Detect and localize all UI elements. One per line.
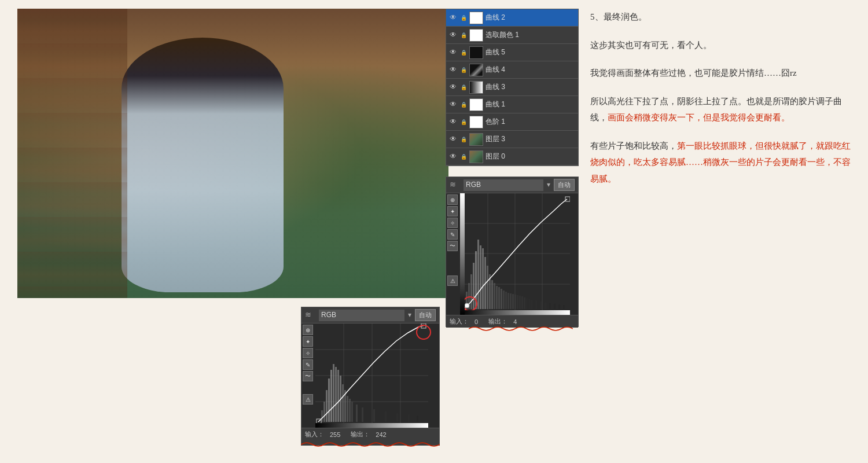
curves-main-header: ≋ RGB ▾ 自动 <box>446 177 578 193</box>
eye-icon-layer7[interactable]: 👁 <box>448 117 458 127</box>
curves-main-panel: ≋ RGB ▾ 自动 ⊕ ✦ ✧ ✎ 〜 ⚠ <box>446 177 579 327</box>
svg-rect-40 <box>558 304 560 309</box>
layer-name-layer3: 曲线 5 <box>486 47 576 57</box>
small-eyedropper-white[interactable]: ✦ <box>303 336 313 347</box>
text-area: 5、最终润色。 这步其实也可有可无，看个人。 我觉得画面整体有些过艳，也可能是胶… <box>590 9 856 199</box>
layer-thumb-layer8 <box>469 133 483 146</box>
warning-tool[interactable]: ⚠ <box>447 275 458 286</box>
lock-icon-layer8: 🔒 <box>460 136 467 143</box>
layer-thumb-layer2 <box>469 29 483 42</box>
eye-icon-layer1[interactable]: 👁 <box>448 13 458 23</box>
eye-icon-layer8[interactable]: 👁 <box>448 135 458 144</box>
svg-rect-31 <box>524 297 525 309</box>
curves-small-svg <box>315 324 428 428</box>
curves-small-io: 输入： 255 输出： 242 <box>301 428 439 440</box>
layer-row-layer8[interactable]: 👁🔒图层 3 <box>446 131 578 148</box>
eye-icon-layer5[interactable]: 👁 <box>448 83 458 92</box>
layer-row-layer6[interactable]: 👁🔒曲线 1 <box>446 96 578 113</box>
curves-small-panel: ≋ RGB ▾ 自动 ⊕ ✦ ✧ ✎ 〜 ⚠ <box>301 307 440 446</box>
svg-rect-9 <box>473 263 475 309</box>
curves-main-auto-btn[interactable]: 自动 <box>554 179 575 191</box>
text-para4: 有些片子饱和比较高，第一眼比较抓眼球，但很快就腻了，就跟吃红烧肉似的，吃太多容易… <box>590 138 856 188</box>
layer-row-layer1[interactable]: 👁🔒曲线 2 <box>446 9 578 27</box>
layers-panel: 👁🔒曲线 2👁🔒选取颜色 1👁🔒曲线 5👁🔒曲线 4👁🔒曲线 3👁🔒曲线 1👁🔒… <box>446 9 579 166</box>
svg-rect-37 <box>545 303 546 309</box>
svg-rect-25 <box>510 293 512 309</box>
lock-icon-layer5: 🔒 <box>460 84 467 91</box>
svg-rect-52 <box>323 402 325 422</box>
layer-row-layer4[interactable]: 👁🔒曲线 4 <box>446 61 578 79</box>
layer-thumb-layer1 <box>469 12 483 24</box>
lock-icon-layer6: 🔒 <box>460 101 467 108</box>
layer-row-layer7[interactable]: 👁🔒色阶 1 <box>446 113 578 131</box>
layer-name-layer5: 曲线 3 <box>486 82 576 92</box>
svg-rect-56 <box>333 364 334 422</box>
svg-rect-66 <box>362 407 363 422</box>
eye-icon-layer2[interactable]: 👁 <box>448 31 458 40</box>
layer-name-layer1: 曲线 2 <box>486 13 576 23</box>
svg-rect-36 <box>540 302 542 309</box>
svg-rect-11 <box>477 240 479 309</box>
layer-thumb-layer3 <box>469 46 483 59</box>
curves-main-channel[interactable]: RGB <box>464 179 543 191</box>
svg-rect-21 <box>501 289 502 309</box>
svg-rect-20 <box>498 287 500 309</box>
layer-name-layer7: 色阶 1 <box>486 117 576 127</box>
small-input-value: 255 <box>330 431 340 438</box>
svg-rect-17 <box>491 280 493 309</box>
lock-icon-layer9: 🔒 <box>460 153 467 160</box>
svg-rect-60 <box>342 384 344 422</box>
svg-rect-30 <box>521 296 523 309</box>
lock-icon-layer7: 🔒 <box>460 119 467 126</box>
svg-rect-18 <box>494 283 495 309</box>
eyedropper-black[interactable]: ✧ <box>447 218 458 228</box>
layer-thumb-layer7 <box>469 116 483 128</box>
layer-name-layer6: 曲线 1 <box>486 100 576 109</box>
curves-small-auto-btn[interactable]: 自动 <box>415 309 436 321</box>
smooth-tool[interactable]: 〜 <box>447 241 458 251</box>
eyedropper-white[interactable]: ✦ <box>447 206 458 216</box>
eyedropper-tool[interactable]: ⊕ <box>447 194 458 205</box>
svg-rect-63 <box>349 399 351 422</box>
lock-icon-layer3: 🔒 <box>460 49 467 56</box>
layer-name-layer8: 图层 3 <box>486 134 576 144</box>
text-para3-highlight: 画面会稍微变得灰一下，但是我觉得会更耐看。 <box>608 113 790 122</box>
curves-main-io: 输入： 0 输出： 4 <box>446 315 578 328</box>
svg-rect-10 <box>475 251 477 309</box>
eye-icon-layer4[interactable]: 👁 <box>448 65 458 75</box>
svg-rect-38 <box>549 303 551 309</box>
layer-thumb-layer4 <box>469 64 483 76</box>
input-label: 输入： <box>450 317 469 326</box>
small-output-label: 输出： <box>351 430 370 439</box>
svg-rect-33 <box>528 299 530 309</box>
layer-row-layer3[interactable]: 👁🔒曲线 5 <box>446 44 578 61</box>
small-eyedropper-black[interactable]: ✧ <box>303 348 313 358</box>
layer-row-layer9[interactable]: 👁🔒图层 0 <box>446 148 578 166</box>
svg-rect-32 <box>526 299 528 309</box>
small-eyedropper[interactable]: ⊕ <box>303 325 313 335</box>
small-output-value: 242 <box>376 431 386 438</box>
small-input-label: 输入： <box>305 430 324 439</box>
curves-main-area: ⊕ ✦ ✧ ✎ 〜 ⚠ <box>446 193 578 315</box>
svg-rect-15 <box>487 266 488 309</box>
lock-icon-layer2: 🔒 <box>460 32 467 39</box>
main-photo <box>17 9 448 298</box>
input-value: 0 <box>475 318 478 325</box>
curves-small-tools: ⊕ ✦ ✧ ✎ 〜 ⚠ <box>303 325 313 405</box>
eye-icon-layer6[interactable]: 👁 <box>448 100 458 109</box>
small-warning[interactable]: ⚠ <box>303 394 313 405</box>
layer-name-layer4: 曲线 4 <box>486 65 576 75</box>
small-pencil[interactable]: ✎ <box>303 359 313 370</box>
pencil-tool[interactable]: ✎ <box>447 229 458 240</box>
layer-row-layer2[interactable]: 👁🔒选取颜色 1 <box>446 27 578 44</box>
curves-small-icon: ≋ <box>305 310 315 321</box>
eye-icon-layer9[interactable]: 👁 <box>448 152 458 161</box>
gradient-bar-left <box>460 193 465 315</box>
lock-icon-layer1: 🔒 <box>460 14 467 21</box>
eye-icon-layer3[interactable]: 👁 <box>448 48 458 57</box>
layer-row-layer5[interactable]: 👁🔒曲线 3 <box>446 79 578 96</box>
small-smooth[interactable]: 〜 <box>303 371 313 381</box>
svg-rect-24 <box>507 293 509 309</box>
curves-small-channel[interactable]: RGB <box>319 310 404 321</box>
output-label: 输出： <box>488 317 507 326</box>
